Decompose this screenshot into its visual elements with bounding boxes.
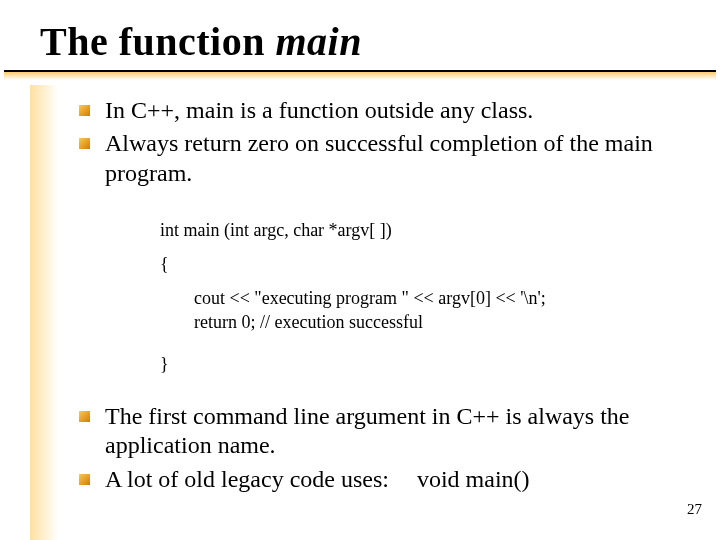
- code-block: cout << "executing program " << argv[0] …: [160, 286, 680, 335]
- code-line: int main (int argc, char *argv[ ]): [160, 218, 680, 242]
- code-line: }: [160, 352, 680, 376]
- slide: The function main In C++, main is a func…: [0, 0, 720, 540]
- rule-orange: [4, 72, 716, 80]
- slide-title: The function main: [40, 18, 362, 65]
- code-line: {: [160, 252, 680, 276]
- title-text-prefix: The function: [40, 19, 275, 64]
- page-number: 27: [687, 501, 702, 518]
- bullet-text: Always return zero on successful complet…: [105, 130, 653, 185]
- code-block: }: [160, 352, 680, 376]
- title-text-em: main: [275, 19, 361, 64]
- bullet-list-bottom: The first command line argument in C++ i…: [75, 402, 685, 498]
- bullet-item: A lot of old legacy code uses:void main(…: [75, 465, 685, 494]
- bullet-text: A lot of old legacy code uses:: [105, 466, 389, 492]
- code-line: return 0; // execution successful: [160, 310, 680, 334]
- bullet-item: The first command line argument in C++ i…: [75, 402, 685, 461]
- bullet-item: Always return zero on successful complet…: [75, 129, 685, 188]
- bullet-list-top: In C++, main is a function outside any c…: [75, 96, 685, 192]
- bullet-text: The first command line argument in C++ i…: [105, 403, 630, 458]
- title-underline: [0, 70, 720, 80]
- legacy-signature: void main(): [417, 465, 530, 494]
- decorative-left-bar: [30, 85, 58, 540]
- code-block: int main (int argc, char *argv[ ]): [160, 218, 680, 242]
- code-line: cout << "executing program " << argv[0] …: [160, 286, 680, 310]
- bullet-item: In C++, main is a function outside any c…: [75, 96, 685, 125]
- code-block: {: [160, 252, 680, 276]
- bullet-text: In C++, main is a function outside any c…: [105, 97, 533, 123]
